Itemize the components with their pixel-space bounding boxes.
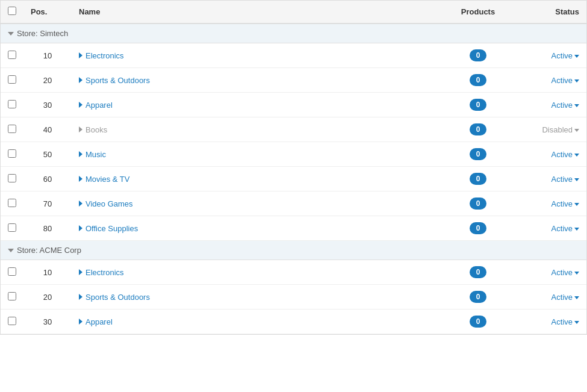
row-pos: 50 [23, 142, 72, 167]
category-name-text: Books [85, 125, 107, 134]
category-link[interactable]: Electronics [79, 268, 435, 277]
status-dropdown[interactable]: Active [551, 293, 579, 302]
row-status-cell: Active [514, 93, 586, 117]
category-link[interactable]: Electronics [79, 51, 435, 60]
category-expand-icon [79, 201, 82, 207]
category-link[interactable]: Video Games [79, 199, 435, 208]
row-checkbox[interactable] [8, 292, 16, 300]
products-badge: 0 [470, 173, 486, 185]
category-link[interactable]: Movies & TV [79, 175, 435, 184]
status-dropdown-arrow-icon [574, 55, 579, 58]
status-dropdown-arrow-icon [574, 296, 579, 299]
products-badge: 0 [470, 266, 486, 278]
table-row: 80 Office Supplies 0 Active [1, 216, 586, 241]
category-expand-icon [79, 294, 82, 300]
category-name-text: Movies & TV [85, 175, 129, 184]
row-checkbox[interactable] [8, 199, 16, 207]
row-status-cell: Active [514, 68, 586, 93]
products-badge: 0 [470, 123, 486, 135]
row-pos: 40 [23, 117, 72, 142]
status-dropdown[interactable]: Active [551, 224, 579, 233]
row-pos: 10 [23, 260, 72, 285]
category-link[interactable]: Books [79, 125, 435, 134]
row-checkbox[interactable] [8, 149, 16, 158]
category-link[interactable]: Apparel [79, 101, 435, 110]
row-name-cell: Apparel [72, 93, 442, 117]
row-checkbox[interactable] [8, 174, 16, 182]
row-checkbox[interactable] [8, 223, 16, 232]
status-dropdown[interactable]: Active [551, 317, 579, 326]
row-products-cell: 0 [442, 117, 514, 142]
row-status-cell: Disabled [514, 117, 586, 142]
row-checkbox[interactable] [8, 125, 16, 133]
row-checkbox-cell [1, 285, 23, 310]
table-row: 20 Sports & Outdoors 0 Active [1, 285, 586, 310]
row-name-cell: Music [72, 142, 442, 167]
status-dropdown[interactable]: Active [551, 268, 579, 277]
table-row: 60 Movies & TV 0 Active [1, 167, 586, 191]
row-products-cell: 0 [442, 142, 514, 167]
store-label: Store: Simtech [8, 29, 579, 38]
row-pos: 30 [23, 93, 72, 117]
store-group-cell: Store: Simtech [1, 23, 586, 43]
row-pos: 60 [23, 167, 72, 191]
category-expand-icon [79, 151, 82, 157]
status-dropdown-arrow-icon [574, 203, 579, 206]
row-name-cell: Sports & Outdoors [72, 68, 442, 93]
row-products-cell: 0 [442, 68, 514, 93]
category-name-text: Sports & Outdoors [85, 76, 150, 85]
status-dropdown[interactable]: Active [551, 76, 579, 85]
category-link[interactable]: Music [79, 150, 435, 159]
row-status-cell: Active [514, 142, 586, 167]
row-pos: 20 [23, 68, 72, 93]
row-checkbox[interactable] [8, 267, 16, 276]
row-checkbox[interactable] [8, 75, 16, 84]
row-pos: 70 [23, 191, 72, 216]
row-checkbox[interactable] [8, 51, 16, 59]
table-row: 30 Apparel 0 Active [1, 93, 586, 117]
status-dropdown[interactable]: Active [551, 101, 579, 110]
status-dropdown[interactable]: Active [551, 150, 579, 159]
row-status-cell: Active [514, 285, 586, 310]
products-badge: 0 [470, 74, 486, 86]
store-group-row[interactable]: Store: Simtech [1, 23, 586, 43]
row-checkbox[interactable] [8, 317, 16, 325]
row-checkbox-cell [1, 260, 23, 285]
row-checkbox-cell [1, 310, 23, 334]
category-link[interactable]: Office Supplies [79, 224, 435, 233]
status-dropdown[interactable]: Active [551, 51, 579, 60]
row-name-cell: Electronics [72, 260, 442, 285]
row-products-cell: 0 [442, 191, 514, 216]
status-dropdown[interactable]: Disabled [542, 125, 579, 134]
table-header-row: Pos. Name Products Status [1, 1, 586, 23]
row-checkbox-cell [1, 68, 23, 93]
status-dropdown-arrow-icon [574, 104, 579, 107]
select-all-checkbox[interactable] [8, 7, 16, 15]
status-dropdown[interactable]: Active [551, 199, 579, 208]
categories-table: Pos. Name Products Status Store: Simtech [0, 0, 587, 335]
category-link[interactable]: Sports & Outdoors [79, 76, 435, 85]
row-checkbox[interactable] [8, 100, 16, 108]
store-group-cell: Store: ACME Corp [1, 241, 586, 260]
category-expand-icon [79, 319, 82, 325]
table-row: 40 Books 0 Disabled [1, 117, 586, 142]
row-name-cell: Apparel [72, 310, 442, 334]
category-expand-icon [79, 126, 82, 132]
store-group-row[interactable]: Store: ACME Corp [1, 241, 586, 260]
category-link[interactable]: Sports & Outdoors [79, 293, 435, 302]
store-name: Store: ACME Corp [17, 246, 81, 255]
status-dropdown-arrow-icon [574, 129, 579, 132]
row-pos: 30 [23, 310, 72, 334]
category-expand-icon [79, 52, 82, 58]
table-row: 10 Electronics 0 Active [1, 260, 586, 285]
row-products-cell: 0 [442, 310, 514, 334]
row-name-cell: Sports & Outdoors [72, 285, 442, 310]
status-dropdown[interactable]: Active [551, 175, 579, 184]
status-dropdown-arrow-icon [574, 79, 579, 82]
row-checkbox-cell [1, 93, 23, 117]
category-link[interactable]: Apparel [79, 317, 435, 326]
row-pos: 80 [23, 216, 72, 241]
row-pos: 20 [23, 285, 72, 310]
products-badge: 0 [470, 222, 486, 234]
chevron-down-icon [8, 32, 14, 36]
